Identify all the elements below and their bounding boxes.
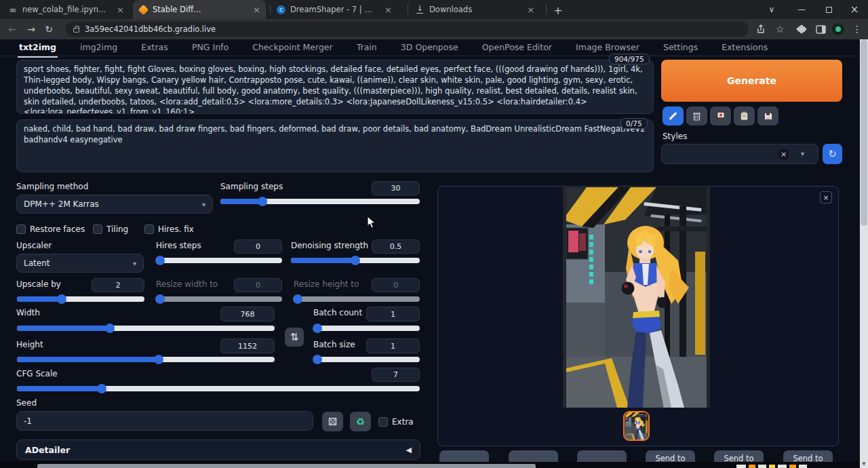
tab-png-info[interactable]: PNG Info (191, 39, 230, 56)
resize-width-value: 0 (234, 278, 282, 292)
browser-tab-colab[interactable]: ∞ new_colab_file.ipynb - Colaborat × (3, 0, 130, 19)
resize-height-value: 0 (372, 278, 420, 292)
extensions-puzzle-icon[interactable] (795, 22, 808, 36)
hires-fix-checkbox[interactable] (144, 225, 154, 234)
height-slider[interactable] (17, 357, 275, 362)
tab-search-icon[interactable]: ∨ (758, 0, 785, 19)
clipped-text-fragment (789, 465, 796, 468)
tab-train[interactable]: Train (355, 39, 378, 56)
restore-faces-checkbox[interactable] (16, 225, 26, 234)
denoising-strength-slider[interactable] (291, 258, 420, 263)
upscale-by-value[interactable]: 2 (92, 278, 144, 292)
scrollbar-thumb[interactable] (861, 39, 867, 226)
clipped-text-fragment (799, 465, 807, 468)
close-gallery-icon[interactable]: × (820, 191, 832, 203)
tab-settings[interactable]: Settings (662, 39, 699, 56)
back-icon[interactable]: ← (5, 22, 19, 36)
floppy-icon (764, 111, 773, 121)
tab-extensions[interactable]: Extensions (720, 39, 769, 56)
side-panel-icon[interactable] (814, 22, 827, 36)
browser-tab-dreamshaper[interactable]: c DreamShaper - 7 | Stable Diffusio × (271, 0, 406, 19)
scrollbar-down-arrow[interactable]: ▼ (860, 460, 868, 468)
height-value[interactable]: 1152 (220, 338, 275, 353)
batch-size-slider[interactable] (313, 357, 420, 362)
extra-seed-label: Extra (392, 417, 414, 427)
sampling-method-label: Sampling method (16, 182, 88, 191)
share-icon[interactable] (754, 22, 768, 36)
sampling-method-dropdown[interactable]: DPM++ 2M Karras ▾ (16, 195, 213, 214)
cfg-scale-slider[interactable] (17, 386, 420, 391)
browser-menu-kebab-icon[interactable]: ⋮ (850, 22, 864, 36)
tab-title: Downloads (429, 5, 472, 14)
tab-3d-openpose[interactable]: 3D Openpose (399, 39, 460, 56)
upscale-by-slider[interactable] (17, 296, 144, 302)
save-style-button[interactable] (757, 106, 778, 125)
tab-close-icon[interactable]: × (253, 5, 260, 15)
reload-icon[interactable]: ↻ (42, 22, 56, 36)
profile-avatar[interactable] (831, 22, 845, 36)
sampling-steps-value[interactable]: 30 (372, 181, 420, 195)
gallery-thumbnail-selected[interactable] (623, 411, 650, 441)
address-bar[interactable]: 3a59ec42041dbb46cb.gradio.live (65, 22, 749, 37)
mouse-cursor (367, 216, 376, 229)
window-maximize-button[interactable] (815, 0, 842, 19)
negative-prompt-textarea[interactable]: naked, child, bad hand, bad draw, bad dr… (16, 119, 654, 172)
batch-count-value[interactable]: 1 (366, 307, 420, 321)
chevron-down-icon: ▾ (202, 201, 205, 208)
adetailer-accordion[interactable]: ADetailer ◀ (16, 440, 420, 460)
tab-close-icon[interactable]: × (527, 5, 534, 15)
cfg-scale-label: CFG Scale (16, 369, 58, 378)
new-tab-button[interactable]: + (551, 3, 566, 18)
colab-icon: ∞ (8, 5, 18, 14)
forward-icon[interactable]: → (24, 22, 38, 36)
styles-dropdown[interactable]: × ▾ (661, 144, 818, 164)
url-text: 3a59ec42041dbb46cb.gradio.live (85, 24, 216, 34)
clear-prompt-button[interactable] (686, 106, 707, 125)
extra-seed-checkbox[interactable] (378, 417, 388, 427)
restore-faces-label: Restore faces (30, 225, 85, 234)
paste-parameters-button[interactable] (663, 106, 684, 125)
width-value[interactable]: 768 (220, 307, 275, 321)
batch-size-value[interactable]: 1 (366, 338, 420, 353)
cfg-scale-value[interactable]: 7 (372, 368, 420, 382)
negative-token-counter: 0/75 (620, 118, 648, 129)
refresh-styles-button[interactable]: ↻ (823, 144, 842, 164)
apply-styles-button[interactable] (734, 106, 755, 125)
sampling-steps-label: Sampling steps (220, 182, 283, 191)
upscaler-dropdown[interactable]: Latent ▾ (16, 254, 144, 273)
prompt-textarea[interactable]: sport shoes, fighter, fight, fight Glove… (16, 60, 654, 114)
hires-steps-value[interactable]: 0 (234, 239, 282, 254)
tab-txt2img[interactable]: txt2img (18, 39, 58, 58)
tab-close-icon[interactable]: × (117, 5, 124, 15)
tab-close-icon[interactable]: × (384, 5, 392, 15)
tab-checkpoint-merger[interactable]: Checkpoint Merger (251, 39, 334, 56)
seed-input[interactable]: -1 (16, 411, 313, 431)
window-close-button[interactable]: × (841, 0, 868, 19)
batch-count-slider[interactable] (313, 326, 420, 331)
tab-img2img[interactable]: img2img (79, 39, 119, 56)
generate-button[interactable]: Generate (661, 60, 842, 102)
clipped-text-fragment (736, 465, 746, 468)
browser-tab-stable-diffusion[interactable]: Stable Diffusion × (133, 0, 266, 19)
swap-dimensions-button[interactable]: ⇅ (285, 328, 304, 347)
tab-openpose-editor[interactable]: OpenPose Editor (481, 39, 553, 56)
bookmark-star-icon[interactable]: ☆ (773, 22, 787, 36)
denoising-strength-value[interactable]: 0.5 (372, 239, 420, 254)
sampling-steps-slider[interactable] (220, 199, 420, 204)
random-seed-dice-button[interactable]: ⚄ (322, 412, 343, 431)
clear-styles-icon[interactable]: × (778, 149, 789, 160)
window-minimize-button[interactable]: — (788, 0, 815, 19)
extra-networks-button[interactable] (710, 106, 731, 125)
tab-extras[interactable]: Extras (140, 39, 170, 56)
hires-steps-slider[interactable] (156, 258, 282, 263)
reuse-seed-recycle-button[interactable]: ♻ (350, 412, 371, 431)
browser-tab-downloads[interactable]: ↓ Downloads × (410, 0, 545, 19)
generated-image[interactable] (563, 187, 710, 408)
width-slider[interactable] (17, 326, 275, 331)
chevron-down-icon: ▾ (801, 150, 804, 157)
height-label: Height (16, 340, 43, 349)
page-scrollbar[interactable]: ▼ (860, 39, 868, 468)
tiling-checkbox[interactable] (93, 225, 102, 234)
seed-label: Seed (16, 398, 37, 408)
collapsed-section-partial (37, 464, 536, 468)
